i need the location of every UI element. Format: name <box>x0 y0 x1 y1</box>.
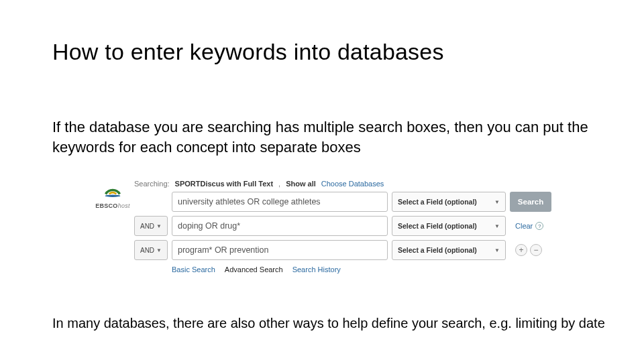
choose-databases-link[interactable]: Choose Databases <box>321 180 384 188</box>
svg-point-0 <box>105 195 121 198</box>
operator-label: AND <box>140 223 154 230</box>
keyword-input[interactable] <box>172 240 388 260</box>
ebsco-logo: EBSCOhost <box>91 180 134 209</box>
advanced-search-link[interactable]: Advanced Search <box>225 265 283 274</box>
field-select-label: Select a Field (optional) <box>398 246 477 254</box>
clear-link[interactable]: Clear <box>515 222 533 230</box>
slide-title: How to enter keywords into databases <box>52 39 592 65</box>
intro-paragraph: If the database you are searching has mu… <box>52 117 592 157</box>
field-select-label: Select a Field (optional) <box>398 222 477 230</box>
help-icon[interactable]: ? <box>535 222 543 230</box>
search-row: AND ▼ Select a Field (optional) ▼ Clear … <box>134 216 592 236</box>
field-select[interactable]: Select a Field (optional) ▼ <box>392 192 506 212</box>
field-select[interactable]: Select a Field (optional) ▼ <box>392 240 506 260</box>
search-mode-links: Basic Search Advanced Search Search Hist… <box>172 265 592 274</box>
keyword-input[interactable] <box>172 216 388 236</box>
ebsco-logo-text: EBSCOhost <box>95 202 130 209</box>
keyword-input[interactable] <box>172 192 388 212</box>
chevron-down-icon: ▼ <box>156 223 162 229</box>
crumb-database: SPORTDiscus with Full Text <box>175 180 273 188</box>
search-row: Select a Field (optional) ▼ Search <box>134 192 592 212</box>
crumb-sep: , <box>278 180 280 188</box>
operator-select[interactable]: AND ▼ <box>134 240 168 260</box>
chevron-down-icon: ▼ <box>494 223 500 229</box>
search-button[interactable]: Search <box>510 192 551 212</box>
chevron-down-icon: ▼ <box>494 199 500 205</box>
search-history-link[interactable]: Search History <box>292 265 341 274</box>
ebsco-screenshot: EBSCOhost Searching: SPORTDiscus with Fu… <box>91 180 592 274</box>
search-row: AND ▼ Select a Field (optional) ▼ + − <box>134 240 592 260</box>
crumb-prefix: Searching: <box>134 180 170 188</box>
field-select[interactable]: Select a Field (optional) ▼ <box>392 216 506 236</box>
field-select-label: Select a Field (optional) <box>398 198 477 206</box>
basic-search-link[interactable]: Basic Search <box>172 265 215 274</box>
search-area: Searching: SPORTDiscus with Full Text , … <box>134 180 592 274</box>
operator-select[interactable]: AND ▼ <box>134 216 168 236</box>
slide: How to enter keywords into databases If … <box>0 0 644 362</box>
crumb-showall: Show all <box>286 180 316 188</box>
ebsco-globe-icon <box>103 182 122 201</box>
remove-row-button[interactable]: − <box>530 244 542 256</box>
operator-label: AND <box>140 247 154 254</box>
chevron-down-icon: ▼ <box>156 247 162 253</box>
breadcrumb: Searching: SPORTDiscus with Full Text , … <box>134 180 592 188</box>
chevron-down-icon: ▼ <box>494 247 500 253</box>
add-row-button[interactable]: + <box>515 244 527 256</box>
outro-paragraph: In many databases, there are also other … <box>52 316 605 331</box>
